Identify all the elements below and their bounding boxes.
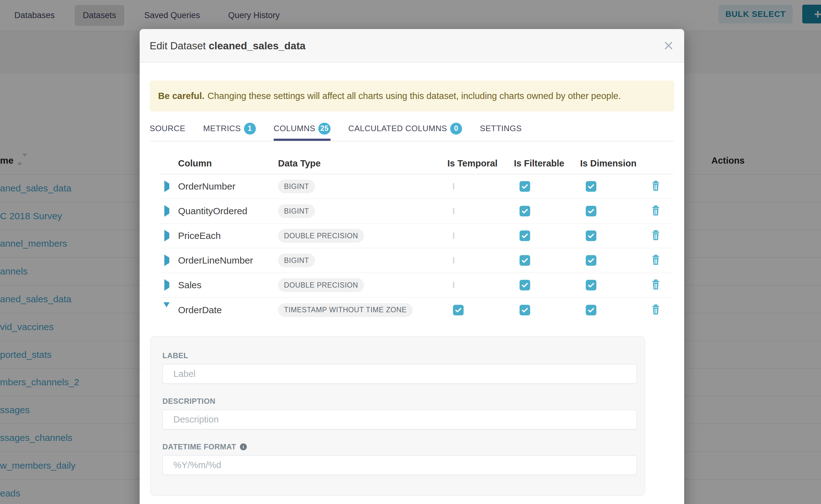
description-field-block: DESCRIPTION bbox=[162, 397, 637, 429]
columns-rows: OrderNumber BIGINT QuantityOrdered BIGIN… bbox=[160, 174, 673, 322]
trash-icon[interactable] bbox=[650, 180, 661, 193]
data-type-pill: DOUBLE PRECISION bbox=[278, 229, 364, 243]
column-header: Column bbox=[174, 158, 274, 169]
tab-label: COLUMNS bbox=[274, 124, 315, 133]
is-dimension-checkbox-checked[interactable] bbox=[586, 181, 596, 192]
column-name: OrderNumber bbox=[174, 181, 274, 192]
is-filterable-checkbox-checked[interactable] bbox=[520, 181, 530, 192]
modal-body: Be careful. Changing these settings will… bbox=[140, 63, 684, 496]
data-type-pill: BIGINT bbox=[278, 254, 315, 267]
is-filterable-checkbox-checked[interactable] bbox=[520, 280, 530, 290]
is-filterable-checkbox-checked[interactable] bbox=[520, 255, 530, 266]
tab-label: SETTINGS bbox=[480, 124, 522, 133]
is-filterable-checkbox-checked[interactable] bbox=[520, 230, 530, 241]
column-name: PriceEach bbox=[174, 230, 274, 241]
data-type-pill: BIGINT bbox=[278, 204, 315, 218]
trash-icon[interactable] bbox=[650, 205, 661, 217]
tab-source[interactable]: SOURCE bbox=[150, 116, 185, 141]
expand-caret-icon[interactable] bbox=[164, 279, 169, 291]
info-icon[interactable]: i bbox=[240, 443, 247, 450]
description-input[interactable] bbox=[162, 410, 637, 429]
data-type-header: Data Type bbox=[274, 158, 442, 169]
data-type-pill: BIGINT bbox=[278, 180, 315, 193]
is-dimension-checkbox-checked[interactable] bbox=[586, 305, 596, 315]
is-filterable-checkbox-checked[interactable] bbox=[520, 305, 530, 315]
tab-label: METRICS bbox=[203, 124, 241, 133]
data-type-pill: DOUBLE PRECISION bbox=[278, 278, 364, 292]
edit-dataset-modal: Edit Dataset cleaned_sales_data Be caref… bbox=[140, 29, 684, 504]
modal-header: Edit Dataset cleaned_sales_data bbox=[140, 29, 684, 63]
description-field-label: DESCRIPTION bbox=[162, 397, 637, 406]
close-icon[interactable] bbox=[663, 40, 674, 52]
label-input[interactable] bbox=[162, 364, 637, 384]
tab-columns[interactable]: COLUMNS25 bbox=[274, 116, 330, 141]
expand-caret-icon[interactable] bbox=[164, 205, 169, 217]
is-dimension-checkbox-checked[interactable] bbox=[586, 280, 596, 290]
is-dimension-checkbox-checked[interactable] bbox=[586, 206, 596, 216]
is-temporal-header: Is Temporal bbox=[442, 158, 508, 169]
is-temporal-checkbox-unchecked[interactable] bbox=[453, 208, 454, 214]
warning-bold-text: Be careful. bbox=[158, 91, 204, 101]
column-name: OrderLineNumber bbox=[174, 255, 274, 266]
collapse-caret-icon[interactable] bbox=[163, 302, 170, 313]
columns-table: Column Data Type Is Temporal Is Filterab… bbox=[160, 153, 673, 322]
is-temporal-checkbox-unchecked[interactable] bbox=[453, 282, 454, 288]
trash-icon[interactable] bbox=[650, 279, 661, 291]
trash-icon[interactable] bbox=[650, 304, 661, 316]
column-row: OrderDate TIMESTAMP WITHOUT TIME ZONE bbox=[160, 298, 673, 322]
column-editor-panel: LABEL DESCRIPTION DATETIME FORMATi bbox=[150, 336, 645, 496]
is-filterable-header: Is Filterable bbox=[508, 158, 575, 169]
tab-settings[interactable]: SETTINGS bbox=[480, 116, 522, 141]
column-row: Sales DOUBLE PRECISION bbox=[160, 273, 673, 298]
column-name: QuantityOrdered bbox=[174, 206, 274, 216]
tab-calculated-columns[interactable]: CALCULATED COLUMNS0 bbox=[348, 116, 462, 141]
is-filterable-checkbox-checked[interactable] bbox=[520, 206, 530, 216]
is-dimension-checkbox-checked[interactable] bbox=[586, 255, 596, 266]
is-temporal-checkbox-unchecked[interactable] bbox=[453, 183, 454, 190]
column-row: QuantityOrdered BIGINT bbox=[160, 199, 673, 224]
is-temporal-checkbox-checked[interactable] bbox=[453, 305, 464, 315]
warning-banner: Be careful. Changing these settings will… bbox=[150, 81, 674, 111]
trash-icon[interactable] bbox=[650, 230, 661, 242]
dataset-name: cleaned_sales_data bbox=[209, 40, 305, 52]
is-dimension-checkbox-checked[interactable] bbox=[586, 230, 596, 241]
expand-caret-icon[interactable] bbox=[164, 180, 169, 192]
modal-title: Edit Dataset cleaned_sales_data bbox=[150, 40, 305, 52]
tab-label: SOURCE bbox=[150, 124, 185, 133]
column-row: OrderLineNumber BIGINT bbox=[160, 248, 673, 273]
tab-label: CALCULATED COLUMNS bbox=[348, 124, 447, 133]
is-temporal-checkbox-unchecked[interactable] bbox=[453, 232, 454, 239]
label-field-label: LABEL bbox=[162, 351, 637, 360]
is-dimension-header: Is Dimension bbox=[575, 158, 643, 169]
columns-table-header: Column Data Type Is Temporal Is Filterab… bbox=[160, 153, 673, 174]
datetime-format-input[interactable] bbox=[162, 455, 637, 475]
column-row: OrderNumber BIGINT bbox=[160, 174, 673, 199]
is-temporal-checkbox-unchecked[interactable] bbox=[453, 257, 454, 264]
modal-tabs: SOURCEMETRICS1COLUMNS25CALCULATED COLUMN… bbox=[150, 116, 674, 141]
column-row: PriceEach DOUBLE PRECISION bbox=[160, 224, 673, 248]
expand-caret-icon[interactable] bbox=[164, 230, 169, 241]
datetime-format-field-block: DATETIME FORMATi bbox=[162, 442, 637, 475]
data-type-pill: TIMESTAMP WITHOUT TIME ZONE bbox=[278, 303, 413, 317]
column-name: OrderDate bbox=[174, 305, 274, 315]
warning-text: Changing these settings will affect all … bbox=[207, 91, 621, 101]
label-field-block: LABEL bbox=[162, 351, 637, 384]
tab-metrics[interactable]: METRICS1 bbox=[203, 116, 256, 141]
column-name: Sales bbox=[174, 280, 274, 290]
expand-caret-icon[interactable] bbox=[164, 254, 169, 266]
tab-count-badge: 25 bbox=[318, 123, 330, 135]
tab-count-badge: 1 bbox=[244, 123, 256, 135]
trash-icon[interactable] bbox=[650, 254, 661, 267]
datetime-format-label: DATETIME FORMAT bbox=[162, 442, 236, 451]
tab-count-badge: 0 bbox=[450, 123, 462, 135]
